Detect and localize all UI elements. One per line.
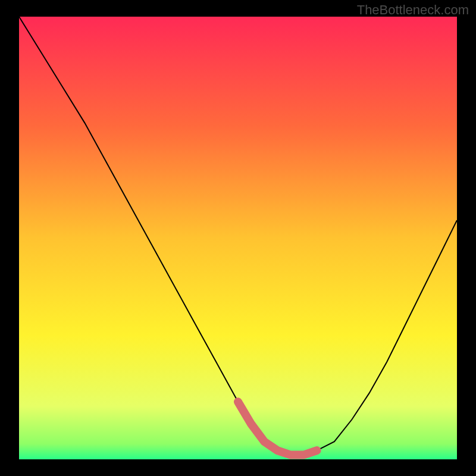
attribution-watermark: TheBottleneck.com [357,2,469,18]
bottleneck-chart [0,0,476,476]
chart-container: TheBottleneck.com [0,0,476,476]
plot-area [19,17,457,459]
